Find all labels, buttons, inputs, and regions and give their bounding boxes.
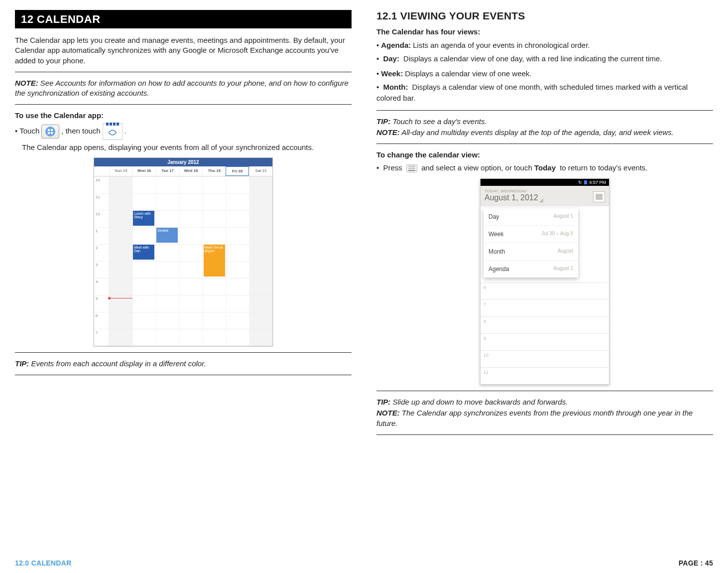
grid-cell — [156, 312, 179, 329]
grid-cell — [249, 312, 272, 329]
day-sat: Sat 21 — [249, 166, 272, 176]
week-text: Displays a calendar view of one week. — [405, 68, 531, 80]
apps-grid-icon — [45, 127, 55, 137]
agenda-text: Lists an agenda of your events in chrono… — [413, 40, 590, 51]
grid-cell — [202, 295, 226, 312]
note-text: The Calendar app synchronizes events fro… — [376, 409, 693, 427]
grid-cell — [249, 261, 272, 278]
grid-cell — [132, 312, 156, 329]
grid-cell — [226, 312, 249, 329]
grid-cell — [226, 278, 249, 295]
month-label: Month: — [383, 83, 408, 91]
hour-label: 11 — [94, 193, 109, 210]
apps-icon — [41, 125, 59, 139]
grid-cell — [202, 329, 226, 346]
grid-cell — [179, 176, 203, 193]
grid-cell — [109, 295, 132, 312]
tip-label: TIP: — [15, 359, 29, 368]
grid-cell — [179, 312, 203, 329]
grid-cell — [249, 329, 272, 346]
grid-cell — [202, 176, 226, 193]
today-button-icon — [593, 191, 605, 202]
dropdown-corner-icon: ◢ — [538, 197, 544, 203]
bullet: • — [15, 126, 17, 137]
grid-cell — [132, 193, 156, 210]
note-accounts: NOTE: See Accounts for information on ho… — [15, 78, 352, 99]
bullet: • — [376, 68, 379, 80]
touch-text-post: . — [124, 126, 126, 137]
touch-text-mid: , then touch — [61, 126, 100, 137]
calendar-menu-screenshot: ↻ 6:57 PM TODAY, WEDNESDAY August 1, 201… — [480, 178, 609, 385]
change-view-heading: To change the calendar view: — [376, 150, 713, 160]
today-word: Today — [534, 163, 556, 172]
menu-item-week: WeekJul 30 – Aug 5 — [484, 226, 578, 243]
bullet: • — [376, 83, 379, 91]
grid-cell — [179, 244, 203, 261]
hour-label: 3 — [94, 261, 109, 278]
screenshot-month-title: January 2012 — [94, 158, 272, 166]
grid-cell — [226, 210, 249, 227]
hour-label: 7 — [94, 329, 109, 346]
grid-cell — [249, 295, 272, 312]
grid-cell — [179, 278, 203, 295]
press-post: to return to today's events. — [560, 163, 647, 172]
menu-item-month: MonthAugust — [484, 243, 578, 261]
event-lunch: Lunch with Stacy — [133, 211, 154, 226]
week-bullet: • Week: Displays a calendar view of one … — [376, 68, 713, 80]
tip-label: TIP: — [376, 117, 390, 126]
grid-cell — [249, 176, 272, 193]
grid-cell — [132, 176, 156, 193]
menu-item-agenda: AgendaAugust 1 — [484, 261, 578, 278]
grid-cell — [156, 295, 179, 312]
hour-label: 4 — [94, 278, 109, 295]
divider — [15, 72, 352, 72]
grid-cell — [249, 193, 272, 210]
grid-cell — [202, 193, 226, 210]
grid-cell — [226, 193, 249, 210]
footer-page: PAGE : 45 — [679, 559, 713, 567]
menu-item-label: Month — [488, 248, 505, 255]
divider — [376, 434, 713, 435]
tip-text: Touch to see a day's events. — [390, 117, 486, 126]
menu-item-range: August 1 — [554, 266, 573, 273]
grid-cell — [226, 261, 249, 278]
grid-cell — [132, 261, 156, 278]
note-text: All-day and multiday events display at t… — [400, 128, 674, 137]
grid-cell — [132, 227, 156, 244]
hour-label: 10 — [94, 176, 109, 193]
grid-cell — [202, 210, 226, 227]
note-label: NOTE: — [376, 409, 400, 417]
touch-instruction: • Touch , then touch . — [15, 123, 352, 140]
tip-text: Events from each account display in a di… — [29, 359, 206, 368]
hour-label: 12 — [94, 210, 109, 227]
event-meet-tim: Meet Tim at airport — [204, 245, 225, 277]
calendar-week-screenshot: January 2012 Sun 15 Mon 16 Tue 17 Wed 18… — [94, 157, 273, 346]
day-text: Displays a calendar view of one day, wit… — [401, 54, 662, 63]
note-sync-range: NOTE: The Calendar app synchronizes even… — [376, 408, 713, 429]
grid-cell — [226, 176, 249, 193]
grid-cell — [132, 295, 156, 312]
section-header-12-calendar: 12 CALENDAR — [15, 10, 352, 28]
note-text: See Accounts for information on how to a… — [15, 79, 349, 97]
grid-cell — [109, 227, 132, 244]
view-dropdown-menu: DayAugust 1WeekJul 30 – Aug 5MonthAugust… — [484, 208, 578, 278]
hour-row: 6 — [481, 283, 609, 299]
bullet: • — [376, 163, 379, 172]
divider — [15, 104, 352, 105]
hour-row: 9 — [481, 333, 609, 350]
grid-cell — [202, 312, 226, 329]
day-fri: Fri 20 — [226, 166, 249, 176]
divider — [376, 110, 713, 111]
footer-section: 12.0 CALENDAR — [15, 559, 72, 567]
grid-cell — [109, 193, 132, 210]
grid-cell — [156, 176, 179, 193]
event-meet-dan: Meet with Dan — [133, 245, 154, 260]
grid-cell — [179, 329, 203, 346]
grid-cell — [109, 244, 132, 261]
bullet: • — [376, 54, 379, 63]
tip-text: Slide up and down to move backwards and … — [390, 398, 568, 406]
hour-row: 10 — [481, 350, 609, 367]
grid-cell — [226, 244, 249, 261]
grid-cell — [249, 227, 272, 244]
hour-label: 1 — [94, 227, 109, 244]
